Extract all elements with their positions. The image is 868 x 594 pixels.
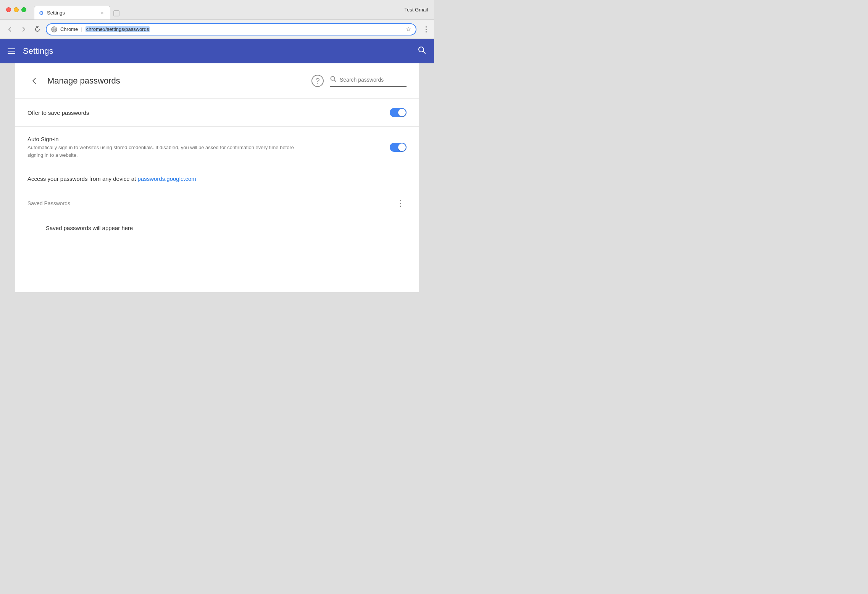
help-icon[interactable]: ? [311,75,324,87]
address-bar: Chrome | chrome://settings/passwords ☆ ⋮ [0,20,434,39]
auto-sign-in-description: Automatically sign in to websites using … [27,144,295,159]
svg-line-8 [334,80,336,82]
access-passwords-text: Access your passwords from any device at [27,175,137,182]
active-tab[interactable]: ⚙ Settings × [34,6,110,19]
reload-button[interactable] [32,24,43,35]
url-bar[interactable]: Chrome | chrome://settings/passwords ☆ [46,23,416,35]
tab-title: Settings [47,10,96,16]
svg-line-6 [423,52,426,54]
auto-sign-in-label: Auto Sign-in [27,136,390,142]
offer-to-save-passwords-text: Offer to save passwords [27,109,390,116]
traffic-lights [6,7,26,12]
forward-navigation-button[interactable] [18,24,29,35]
search-passwords-input[interactable] [340,77,407,83]
settings-header-title: Settings [23,46,410,56]
saved-passwords-header: Saved Passwords ⋮ [27,197,407,209]
manage-passwords-header: Manage passwords ? [15,63,419,98]
saved-passwords-title: Saved Passwords [27,200,394,206]
auto-sign-in-row: Auto Sign-in Automatically sign in to we… [15,126,419,168]
saved-passwords-more-button[interactable]: ⋮ [394,197,407,209]
url-favicon [51,26,57,32]
saved-passwords-empty-message: Saved passwords will appear here [27,216,407,240]
tab-favicon: ⚙ [39,10,44,16]
svg-rect-0 [114,11,119,16]
offer-to-save-passwords-toggle[interactable] [390,108,407,117]
tab-close-button[interactable]: × [99,10,105,16]
browser-menu-button[interactable]: ⋮ [423,25,429,34]
search-passwords-icon [330,76,337,84]
close-window-button[interactable] [6,7,11,12]
hamburger-menu-button[interactable] [8,48,15,54]
main-content: Manage passwords ? Offer to save passwor… [15,63,419,292]
passwords-google-link[interactable]: passwords.google.com [137,175,196,182]
url-input[interactable]: chrome://settings/passwords [86,26,403,32]
search-passwords-wrapper [330,76,407,87]
bookmark-star-icon[interactable]: ☆ [406,26,411,33]
url-highlighted: chrome://settings/passwords [86,26,150,32]
manage-passwords-back-button[interactable] [27,74,41,88]
new-tab-button[interactable] [110,7,123,19]
user-label: Test Gmail [405,7,428,13]
manage-passwords-title: Manage passwords [47,76,305,86]
offer-to-save-passwords-row: Offer to save passwords [15,98,419,126]
saved-passwords-section: Saved Passwords ⋮ Saved passwords will a… [15,190,419,248]
auto-sign-in-toggle[interactable] [390,143,407,152]
settings-header: Settings [0,39,434,63]
settings-search-button[interactable] [417,45,426,57]
minimize-window-button[interactable] [14,7,19,12]
offer-to-save-passwords-label: Offer to save passwords [27,109,390,116]
title-bar: ⚙ Settings × Test Gmail [0,0,434,20]
tab-area: ⚙ Settings × [34,0,400,19]
maximize-window-button[interactable] [21,7,26,12]
back-navigation-button[interactable] [5,24,15,35]
url-divider: | [81,26,82,32]
access-passwords-row: Access your passwords from any device at… [15,168,419,190]
url-site-label: Chrome [60,26,78,32]
auto-sign-in-text: Auto Sign-in Automatically sign in to we… [27,136,390,159]
